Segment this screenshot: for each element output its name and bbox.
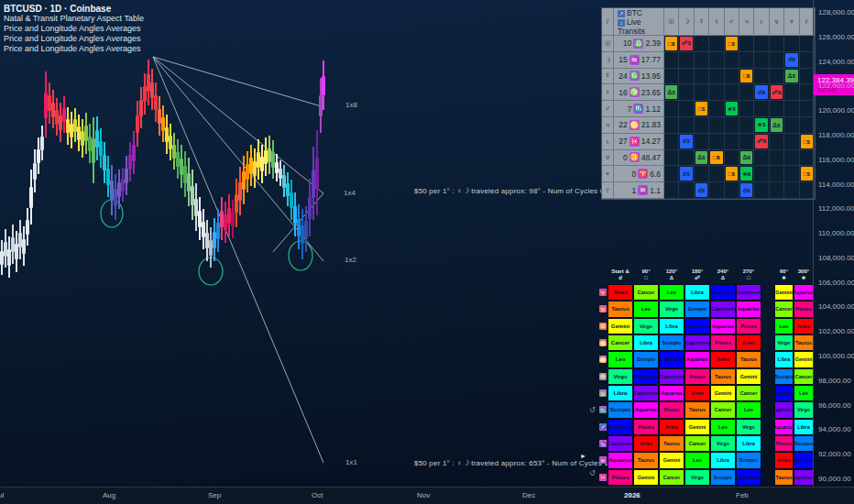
refresh-row-icon[interactable]: ↺ xyxy=(589,406,596,414)
legend-item[interactable]: Natal & Transit Planetary Aspect Table xyxy=(4,14,144,24)
aspect-grid-cell xyxy=(770,182,784,199)
aspect-grid-cell xyxy=(695,166,709,182)
row-start-sign: Aries xyxy=(608,284,633,301)
time-tick-month: Sep xyxy=(208,491,221,499)
row-sign-icon[interactable]: ♉ xyxy=(599,305,607,312)
angle-sign-cell: Cancer xyxy=(710,401,736,418)
gann-fan-line[interactable] xyxy=(153,57,323,463)
aspect-grid-cell xyxy=(709,101,724,117)
angle-sign-cell: Libra xyxy=(633,334,659,351)
angle-sign-cell: Gemini xyxy=(710,385,736,401)
angle-sign-cell: Virgo xyxy=(736,419,761,435)
zodiac-sign-box: ♏ xyxy=(633,104,643,114)
row-sign-icon[interactable]: ♏ xyxy=(599,406,607,413)
aspect-grid-cell xyxy=(664,101,679,117)
aspect-grid-cell xyxy=(754,150,769,167)
symbol-title[interactable]: BTCUSD · 1D · Coinbase xyxy=(4,4,144,14)
cycle-annotation: $50 per 1° : ♀☽ traveled approx: 98° - N… xyxy=(414,187,615,195)
column-planet-glyph: ☿ xyxy=(695,8,709,36)
aspect-marker: ∗s xyxy=(755,118,767,132)
angle-sign-cell: Virgo xyxy=(659,301,684,317)
aspect-grid-cell xyxy=(695,52,709,69)
chart-legend: BTCUSD · 1D · Coinbase Natal & Transit P… xyxy=(4,4,144,54)
aspect-grid-cell xyxy=(725,182,739,199)
column-planet-glyph: ☽ xyxy=(679,8,694,36)
aspect-grid-cell: ☌s xyxy=(679,166,694,182)
row-start-sign: Aquarius xyxy=(608,452,633,468)
aspect-grid-cell: Δa xyxy=(739,150,754,167)
aspect-grid-cell: ☍a xyxy=(754,134,769,150)
table-title-cell[interactable]: ↗BTC↓Live Transits xyxy=(614,8,664,36)
aspect-marker: ☌s xyxy=(695,183,707,197)
aspect-grid-cell xyxy=(770,36,784,52)
row-start-sign: Gemini xyxy=(608,318,633,334)
aspect-grid-cell xyxy=(725,134,739,150)
header-angle-col: 300°∗ xyxy=(794,268,814,281)
price-tick-label: 118,000.00 xyxy=(818,131,854,139)
legend-item[interactable]: Price and Longitude Angles Averages xyxy=(4,34,144,44)
header-angle-col: 90°□ xyxy=(633,268,659,281)
row-start-sign: Leo xyxy=(608,351,633,367)
aspect-marker: Δs xyxy=(665,85,677,99)
aspect-grid-cell xyxy=(770,134,784,150)
aspect-grid-cell: ☍s xyxy=(679,36,694,52)
row-sign-icon[interactable]: ♑ xyxy=(599,440,607,447)
time-tick-month: Aug xyxy=(103,491,115,499)
play-marker-icon[interactable]: ► xyxy=(580,453,586,459)
row-sign-icon[interactable]: ♓ xyxy=(599,474,607,481)
aspect-grid-cell xyxy=(770,69,784,85)
row-planet-glyph: ☉ xyxy=(602,36,614,52)
aspect-grid-cell xyxy=(784,134,799,150)
aspect-grid-cell xyxy=(695,69,709,85)
column-planet-glyph: ♃ xyxy=(739,8,754,36)
angle-sign-cell: Capricorn xyxy=(736,284,761,301)
angle-sign-cell: Scorpio xyxy=(633,351,659,367)
aspect-marker: Δs xyxy=(695,151,707,165)
aspect-grid-cell xyxy=(679,101,694,117)
aspect-grid-cell xyxy=(784,101,799,117)
move-table-icon[interactable]: ↗ xyxy=(618,10,625,17)
row-start-sign: Scorpio xyxy=(608,401,633,418)
column-planet-glyph: ☉ xyxy=(664,8,679,36)
row-sign-icon[interactable]: ♌ xyxy=(599,356,607,363)
aspect-grid-cell xyxy=(784,84,799,101)
angle-sign-cell: Pisces xyxy=(684,368,710,385)
planet-position-cell: 24♎13.95 xyxy=(614,69,664,85)
aspect-grid-cell: □a xyxy=(664,36,679,52)
candle xyxy=(315,130,319,214)
aspect-marker: ∗a xyxy=(740,167,752,181)
angle-sign-cell: Sagittarius xyxy=(794,452,814,468)
aspect-marker: ☍a xyxy=(755,135,767,148)
row-sign-icon[interactable]: ♈ xyxy=(599,289,607,296)
row-planet-glyph: ☿ xyxy=(602,69,614,85)
aspect-marker: ☌a xyxy=(740,183,752,197)
legend-item[interactable]: Price and Longitude Angles Averages xyxy=(4,44,144,54)
row-sign-icon[interactable]: ♒ xyxy=(599,456,607,464)
price-axis[interactable]: 122,384.39 12:00 128,000.00126,000.00124… xyxy=(813,0,854,487)
angle-sign-cell: Gemini xyxy=(736,368,761,385)
fan-ratio-label: 1x4 xyxy=(344,189,356,197)
row-sign-icon[interactable]: ♐ xyxy=(599,423,607,431)
table-corner-glyph: ♇ xyxy=(602,8,614,36)
angle-sign-cell: Cancer xyxy=(633,284,659,301)
refresh-row-icon[interactable]: ↺ xyxy=(589,469,596,477)
aspect-grid-cell xyxy=(770,150,784,167)
fan-ratio-label: 1x2 xyxy=(345,256,356,264)
row-start-sign: Capricorn xyxy=(608,435,633,452)
gann-fan-line[interactable] xyxy=(153,57,324,107)
legend-item[interactable]: Price and Longitude Angles Averages xyxy=(4,24,144,34)
time-axis[interactable]: JulAugSepOctNovDec2026Feb xyxy=(0,487,854,504)
aspect-marker: □a xyxy=(740,70,752,83)
aspect-grid-cell: ☌a xyxy=(754,84,769,101)
aspect-marker: Δs xyxy=(771,118,783,132)
zodiac-sign-box: ♍ xyxy=(630,87,640,97)
row-sign-icon[interactable]: ♎ xyxy=(599,389,607,397)
row-planet-glyph: ♂ xyxy=(602,101,614,117)
row-sign-icon[interactable]: ♊ xyxy=(599,323,607,330)
row-sign-icon[interactable]: ♋ xyxy=(599,339,607,346)
aspect-grid-cell xyxy=(709,117,724,134)
row-sign-icon[interactable]: ♍ xyxy=(599,373,607,380)
collapse-table-icon[interactable]: ↓ xyxy=(618,19,625,27)
angle-sign-cell: Pisces xyxy=(794,301,814,317)
natal-transit-aspect-table[interactable]: ♇↗BTC↓Live Transits☉☽☿♀♂♃♄♅♆♇☉10♎2.39□a☍… xyxy=(601,7,816,200)
